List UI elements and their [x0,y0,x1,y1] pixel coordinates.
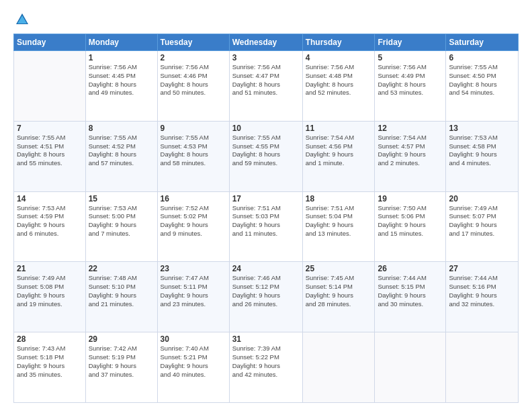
day-info: Sunrise: 7:56 AM Sunset: 4:47 PM Dayligh… [232,63,300,97]
day-info: Sunrise: 7:55 AM Sunset: 4:53 PM Dayligh… [161,134,226,168]
day-info: Sunrise: 7:44 AM Sunset: 5:15 PM Dayligh… [378,274,443,308]
day-info: Sunrise: 7:56 AM Sunset: 4:46 PM Dayligh… [161,63,226,97]
day-info: Sunrise: 7:55 AM Sunset: 4:55 PM Dayligh… [232,134,300,168]
day-number: 24 [232,264,300,273]
day-info: Sunrise: 7:44 AM Sunset: 5:16 PM Dayligh… [449,274,515,308]
day-number: 4 [306,53,372,62]
day-info: Sunrise: 7:45 AM Sunset: 5:14 PM Dayligh… [306,274,372,308]
day-number: 19 [378,194,443,203]
day-number: 17 [232,194,300,203]
day-info: Sunrise: 7:46 AM Sunset: 5:12 PM Dayligh… [232,274,300,308]
calendar-cell [14,51,86,122]
calendar-cell: 5Sunrise: 7:56 AM Sunset: 4:49 PM Daylig… [375,51,446,122]
day-number: 18 [306,194,372,203]
calendar-cell: 23Sunrise: 7:47 AM Sunset: 5:11 PM Dayli… [157,262,229,332]
day-number: 28 [17,334,83,344]
day-number: 25 [306,264,372,273]
day-number: 3 [232,53,300,62]
day-info: Sunrise: 7:53 AM Sunset: 4:58 PM Dayligh… [449,134,515,168]
calendar-cell: 8Sunrise: 7:55 AM Sunset: 4:52 PM Daylig… [85,121,157,191]
weekday-header-tuesday: Tuesday [157,34,229,51]
logo [13,12,30,27]
day-number: 23 [161,264,226,273]
day-number: 12 [378,124,443,133]
calendar-cell: 3Sunrise: 7:56 AM Sunset: 4:47 PM Daylig… [229,51,302,122]
day-number: 8 [89,124,154,133]
calendar-cell: 4Sunrise: 7:56 AM Sunset: 4:48 PM Daylig… [302,51,375,122]
weekday-header-friday: Friday [375,34,446,51]
week-row-1: 1Sunrise: 7:56 AM Sunset: 4:45 PM Daylig… [14,51,519,122]
week-row-4: 21Sunrise: 7:49 AM Sunset: 5:08 PM Dayli… [14,262,519,332]
day-info: Sunrise: 7:54 AM Sunset: 4:57 PM Dayligh… [378,134,443,168]
day-info: Sunrise: 7:49 AM Sunset: 5:08 PM Dayligh… [17,274,83,308]
day-number: 31 [232,334,300,344]
calendar-cell: 14Sunrise: 7:53 AM Sunset: 4:59 PM Dayli… [14,191,86,262]
calendar-cell: 31Sunrise: 7:39 AM Sunset: 5:22 PM Dayli… [229,332,302,403]
day-number: 22 [89,264,154,273]
calendar-cell: 6Sunrise: 7:55 AM Sunset: 4:50 PM Daylig… [446,51,519,122]
day-number: 13 [449,124,515,133]
calendar-cell: 19Sunrise: 7:50 AM Sunset: 5:06 PM Dayli… [375,191,446,262]
calendar-cell: 21Sunrise: 7:49 AM Sunset: 5:08 PM Dayli… [14,262,86,332]
day-number: 5 [378,53,443,62]
calendar-cell: 22Sunrise: 7:48 AM Sunset: 5:10 PM Dayli… [85,262,157,332]
day-info: Sunrise: 7:53 AM Sunset: 5:00 PM Dayligh… [89,204,154,238]
day-info: Sunrise: 7:42 AM Sunset: 5:19 PM Dayligh… [89,345,154,379]
day-number: 1 [89,53,154,62]
calendar-cell: 11Sunrise: 7:54 AM Sunset: 4:56 PM Dayli… [302,121,375,191]
calendar-cell: 24Sunrise: 7:46 AM Sunset: 5:12 PM Dayli… [229,262,302,332]
day-info: Sunrise: 7:48 AM Sunset: 5:10 PM Dayligh… [89,274,154,308]
weekday-header-wednesday: Wednesday [229,34,302,51]
day-info: Sunrise: 7:56 AM Sunset: 4:49 PM Dayligh… [378,63,443,97]
calendar-cell: 13Sunrise: 7:53 AM Sunset: 4:58 PM Dayli… [446,121,519,191]
weekday-header-sunday: Sunday [14,34,86,51]
logo-icon [15,12,30,27]
calendar-cell: 18Sunrise: 7:51 AM Sunset: 5:04 PM Dayli… [302,191,375,262]
day-info: Sunrise: 7:56 AM Sunset: 4:45 PM Dayligh… [89,63,154,97]
day-number: 6 [449,53,515,62]
calendar-cell: 17Sunrise: 7:51 AM Sunset: 5:03 PM Dayli… [229,191,302,262]
weekday-header-saturday: Saturday [446,34,519,51]
day-number: 7 [17,124,83,133]
calendar-cell: 7Sunrise: 7:55 AM Sunset: 4:51 PM Daylig… [14,121,86,191]
week-row-3: 14Sunrise: 7:53 AM Sunset: 4:59 PM Dayli… [14,191,519,262]
calendar-cell: 25Sunrise: 7:45 AM Sunset: 5:14 PM Dayli… [302,262,375,332]
calendar-cell: 20Sunrise: 7:49 AM Sunset: 5:07 PM Dayli… [446,191,519,262]
calendar-cell [446,332,519,403]
day-info: Sunrise: 7:51 AM Sunset: 5:03 PM Dayligh… [232,204,300,238]
day-number: 14 [17,194,83,203]
calendar-cell: 27Sunrise: 7:44 AM Sunset: 5:16 PM Dayli… [446,262,519,332]
calendar-cell: 10Sunrise: 7:55 AM Sunset: 4:55 PM Dayli… [229,121,302,191]
day-number: 26 [378,264,443,273]
calendar-cell: 9Sunrise: 7:55 AM Sunset: 4:53 PM Daylig… [157,121,229,191]
calendar-cell: 1Sunrise: 7:56 AM Sunset: 4:45 PM Daylig… [85,51,157,122]
header [13,12,519,27]
calendar-cell [375,332,446,403]
day-info: Sunrise: 7:53 AM Sunset: 4:59 PM Dayligh… [17,204,83,238]
day-number: 15 [89,194,154,203]
day-info: Sunrise: 7:40 AM Sunset: 5:21 PM Dayligh… [161,345,226,379]
day-info: Sunrise: 7:55 AM Sunset: 4:50 PM Dayligh… [449,63,515,97]
day-info: Sunrise: 7:55 AM Sunset: 4:51 PM Dayligh… [17,134,83,168]
day-number: 11 [306,124,372,133]
day-info: Sunrise: 7:51 AM Sunset: 5:04 PM Dayligh… [306,204,372,238]
calendar-cell: 28Sunrise: 7:43 AM Sunset: 5:18 PM Dayli… [14,332,86,403]
calendar-cell: 26Sunrise: 7:44 AM Sunset: 5:15 PM Dayli… [375,262,446,332]
day-number: 21 [17,264,83,273]
calendar-cell: 29Sunrise: 7:42 AM Sunset: 5:19 PM Dayli… [85,332,157,403]
day-info: Sunrise: 7:56 AM Sunset: 4:48 PM Dayligh… [306,63,372,97]
calendar-cell: 16Sunrise: 7:52 AM Sunset: 5:02 PM Dayli… [157,191,229,262]
day-number: 9 [161,124,226,133]
weekday-header-thursday: Thursday [302,34,375,51]
day-info: Sunrise: 7:39 AM Sunset: 5:22 PM Dayligh… [232,345,300,379]
day-number: 2 [161,53,226,62]
calendar-cell: 2Sunrise: 7:56 AM Sunset: 4:46 PM Daylig… [157,51,229,122]
weekday-header-monday: Monday [85,34,157,51]
day-number: 20 [449,194,515,203]
calendar-cell: 30Sunrise: 7:40 AM Sunset: 5:21 PM Dayli… [157,332,229,403]
day-number: 30 [161,334,226,344]
day-info: Sunrise: 7:55 AM Sunset: 4:52 PM Dayligh… [89,134,154,168]
page: SundayMondayTuesdayWednesdayThursdayFrid… [0,0,532,411]
calendar-table: SundayMondayTuesdayWednesdayThursdayFrid… [13,34,519,403]
day-info: Sunrise: 7:47 AM Sunset: 5:11 PM Dayligh… [161,274,226,308]
